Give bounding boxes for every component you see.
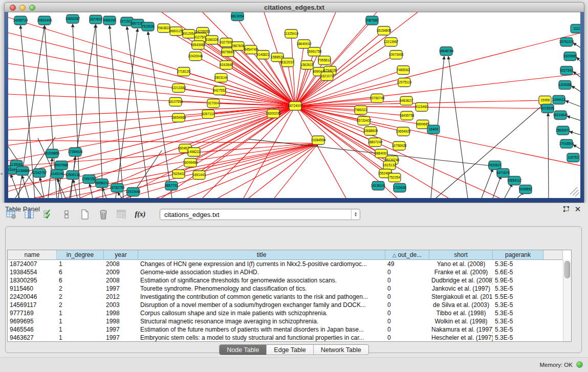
graph-node[interactable]: 11156869 (15, 167, 30, 176)
table-cell[interactable]: 2 (57, 293, 104, 301)
table-cell[interactable]: Franke et al. (2009) (429, 268, 493, 276)
column-header-name[interactable]: name (8, 250, 57, 260)
table-cell[interactable]: Structural magnetic resonance image aver… (138, 317, 385, 325)
citation-edge-black[interactable] (493, 176, 501, 198)
citation-edge-black[interactable] (436, 104, 543, 198)
graph-node[interactable]: 1527602 (89, 15, 102, 24)
graph-node[interactable]: 8912954 (182, 30, 195, 38)
table-cell[interactable]: 5.9E-5 (493, 276, 543, 285)
graph-node[interactable]: 20206856 (45, 149, 60, 158)
table-cell[interactable]: 49 (385, 260, 429, 268)
graph-node[interactable]: 1562615 (300, 61, 314, 70)
network-graph[interactable]: 1405572420691406106532871527602946616010… (8, 12, 580, 198)
table-row[interactable]: 1938455462009Genome-wide association stu… (8, 268, 563, 276)
table-cell[interactable]: 1997 (104, 285, 138, 293)
table-cell[interactable]: Dudbridge et al. (2008) (429, 276, 493, 285)
stacked-rows-button[interactable] (60, 208, 73, 221)
table-cell[interactable]: Wolkin et al. (1998) (429, 317, 493, 325)
citation-edge-black[interactable] (577, 57, 580, 62)
table-cell[interactable]: 5.3E-5 (493, 334, 543, 341)
graph-node[interactable]: 18640910 (297, 40, 312, 49)
citation-edge-red[interactable] (295, 106, 403, 132)
tab-edge-table[interactable]: Edge Table (267, 345, 313, 355)
graph-node[interactable]: 18107554 (168, 98, 183, 106)
table-cell[interactable]: Estimation of the future numbers of pati… (138, 325, 385, 334)
graph-node[interactable]: 16958107 (95, 179, 110, 188)
splitter-collapse-icon[interactable]: ◂ (0, 170, 4, 177)
graph-node[interactable]: 10653287 (66, 15, 80, 24)
function-builder-button[interactable]: f(x) (134, 208, 146, 221)
graph-node[interactable]: 7955812 (318, 56, 331, 65)
table-cell[interactable]: 0 (385, 325, 429, 334)
graph-node[interactable]: 2087682 (365, 16, 379, 25)
graph-node[interactable]: 18724007 (288, 102, 303, 111)
graph-node[interactable]: 8427552 (213, 86, 226, 95)
graph-node[interactable]: 18807249 (368, 138, 383, 147)
graph-node[interactable]: 9327508 (220, 38, 233, 47)
table-cell[interactable]: Tourette syndrome. Phenomenology and cla… (138, 285, 385, 293)
new-table-button[interactable] (79, 208, 91, 221)
graph-node[interactable]: 18495758 (400, 112, 415, 120)
graph-node[interactable]: 9463627 (400, 97, 413, 105)
table-cell[interactable]: Changes of HCN gene expression and I(f) … (138, 260, 385, 268)
table-row[interactable]: 1872400712008Changes of HCN gene express… (8, 260, 563, 268)
graph-node[interactable]: 8813054 (231, 12, 244, 21)
table-cell[interactable]: 5.3E-5 (493, 317, 543, 325)
graph-node[interactable]: 17016504 (559, 140, 574, 148)
network-canvas[interactable]: 1405572420691406106532871527602946616010… (8, 12, 580, 198)
table-cell[interactable]: 1 (57, 317, 104, 325)
graph-node[interactable]: 10760748 (370, 94, 385, 103)
graph-node[interactable]: 1209358 (558, 81, 572, 90)
graph-node[interactable]: 8267110 (202, 110, 215, 119)
citation-edge-black[interactable] (90, 184, 93, 198)
table-cell[interactable]: 2008 (104, 260, 138, 268)
citation-edge-red[interactable] (8, 33, 295, 106)
table-cell[interactable]: Embryonic stem cells: a model to study s… (138, 334, 385, 341)
graph-node[interactable]: 11325419 (284, 30, 299, 38)
table-cell[interactable]: 5.3E-5 (493, 301, 543, 309)
column-header-short[interactable]: short (429, 250, 493, 260)
scrollbar-thumb[interactable] (564, 261, 570, 278)
citation-edge-black[interactable] (11, 174, 19, 198)
table-cell[interactable]: 5.3E-5 (493, 309, 543, 317)
graph-node[interactable]: 1111 (571, 25, 580, 33)
table-cell[interactable]: 2012 (104, 293, 138, 301)
graph-node[interactable]: 7986322 (354, 106, 367, 115)
graph-node[interactable]: 9466160 (103, 16, 116, 25)
graph-node[interactable]: 1145194 (51, 170, 64, 179)
citation-edge-red[interactable] (295, 74, 580, 106)
table-cell[interactable]: 9699695 (8, 317, 57, 325)
table-row[interactable]: 946362711997Embryonic stem cells: a mode… (8, 334, 563, 341)
graph-node[interactable]: 1691443 (192, 171, 206, 180)
table-cell[interactable]: Tibbo et al. (1998) (429, 309, 493, 317)
column-header-pagerank[interactable]: pagerank (493, 250, 543, 260)
graph-node[interactable]: 19654923 (396, 127, 411, 136)
table-cell[interactable]: 18724007 (8, 260, 57, 268)
resize-grip-icon[interactable] (575, 192, 579, 196)
graph-node[interactable]: 16961758 (307, 48, 322, 56)
table-cell[interactable]: 19384554 (8, 268, 57, 276)
table-cell[interactable]: 1 (57, 309, 104, 317)
table-cell[interactable]: 0 (385, 276, 429, 285)
table-cell[interactable]: Corpus callosum shape and size in male p… (138, 309, 385, 317)
graph-node[interactable]: 9329965 (563, 52, 577, 61)
table-row[interactable]: 2242004622012Investigating the contribut… (8, 293, 563, 301)
graph-node[interactable]: 1615132 (383, 161, 396, 170)
graph-node[interactable]: 12505135 (66, 171, 80, 180)
citation-edge-black[interactable] (573, 145, 580, 149)
table-cell[interactable]: 0 (385, 293, 429, 301)
graph-node[interactable]: 8186328 (205, 36, 219, 45)
graph-node[interactable]: 9115460 (416, 103, 428, 112)
vertical-scrollbar[interactable] (563, 260, 571, 341)
graph-node[interactable]: 2718126 (177, 68, 190, 76)
graph-node[interactable]: 12213382 (171, 84, 186, 93)
graph-node[interactable]: 9245652 (519, 185, 532, 194)
graph-node[interactable]: 12923448 (126, 188, 141, 196)
graph-node[interactable]: 1733426 (393, 184, 406, 192)
graph-node[interactable]: 14055724 (13, 16, 28, 25)
citation-edge-red[interactable] (218, 143, 318, 198)
graph-node[interactable]: 7663822 (157, 24, 170, 33)
graph-node[interactable]: 20691406 (37, 16, 52, 25)
graph-node[interactable]: 9146821 (256, 51, 270, 59)
graph-node[interactable]: 12342757 (32, 169, 47, 178)
